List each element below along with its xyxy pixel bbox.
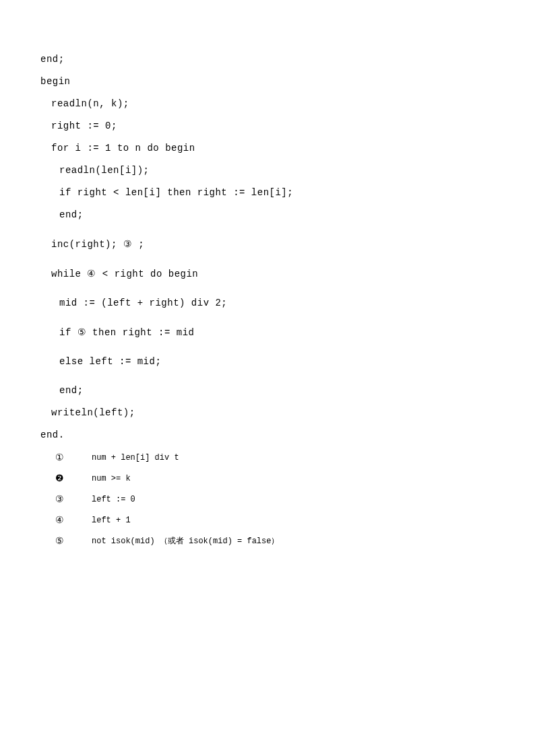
blank-marker-3: ③ [123,239,133,250]
code-line: end; [40,54,535,65]
answer-text: num + len[i] div t [92,453,179,462]
answer-row: ④ left + 1 [40,514,535,526]
answer-row: ③ left := 0 [40,493,535,505]
code-text: while [51,269,87,279]
blank-marker-5: ⑤ [77,327,87,338]
code-block: end; begin readln(n, k); right := 0; for… [40,54,535,440]
code-line: readln(len[i]); [40,165,535,176]
answers-block: ① num + len[i] div t ❷ num >= k ③ left :… [40,452,535,547]
answer-marker-4: ④ [55,514,73,526]
blank-marker-4: ④ [87,269,96,279]
code-line: right := 0; [40,121,535,131]
code-line: else left := mid; [40,356,535,367]
code-text: then right := mid [86,327,194,338]
answer-text: left + 1 [92,516,131,525]
code-line: if right < len[i] then right := len[i]; [40,187,535,198]
code-line: if ⑤ then right := mid [40,327,535,338]
answer-text: num >= k [92,474,131,483]
answer-marker-1: ① [55,452,73,463]
code-line: end; [40,209,535,220]
code-line: for i := 1 to n do begin [40,143,535,153]
code-text: ; [132,239,144,250]
code-line: mid := (left + right) div 2; [40,298,535,308]
code-line: end; [40,385,535,396]
code-text: < right do begin [96,269,198,279]
code-line: readln(n, k); [40,98,535,109]
answer-row: ① num + len[i] div t [40,452,535,463]
code-line: begin [40,76,535,87]
answer-marker-2: ❷ [55,473,73,484]
answer-marker-3: ③ [55,493,73,505]
answer-row: ⑤ not isok(mid) （或者 isok(mid) = false） [40,535,535,547]
code-text: inc(right); [51,239,123,250]
code-line: while ④ < right do begin [40,268,535,279]
answer-row: ❷ num >= k [40,473,535,484]
code-line: end. [40,429,535,440]
answer-marker-5: ⑤ [55,535,73,547]
code-text: if [59,327,77,338]
code-line: inc(right); ③ ; [40,238,535,250]
code-line: writeln(left); [40,407,535,418]
answer-text: left := 0 [92,495,135,504]
answer-text: not isok(mid) （或者 isok(mid) = false） [92,535,279,547]
